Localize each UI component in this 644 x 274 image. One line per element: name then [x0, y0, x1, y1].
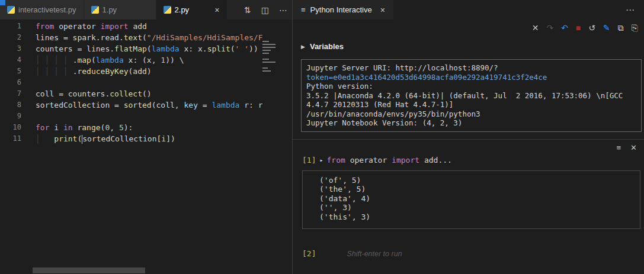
minimap-gutter	[262, 39, 292, 274]
variables-label: Variables	[310, 42, 344, 51]
tab-label: 2.py	[175, 5, 190, 14]
chevron-right-icon[interactable]: ▶	[301, 44, 305, 50]
code-line[interactable]: 1from operator import add	[0, 21, 292, 32]
restart-kernel-icon[interactable]: ↺	[588, 23, 595, 33]
editor-lines: 1from operator import add2lines = spark.…	[0, 21, 292, 144]
tab-2-py[interactable]: 2.py ×	[156, 0, 228, 20]
tab-interactivetest-py[interactable]: interactivetest.py	[0, 0, 84, 20]
cell-code[interactable]: from operator import add...	[327, 156, 452, 165]
tab-label: interactivetest.py	[18, 5, 76, 14]
tab-label: 1.py	[102, 5, 117, 14]
code-line[interactable]: 3counters = lines.flatMap(lambda x: x.sp…	[0, 43, 292, 54]
close-panel-icon[interactable]: ×	[380, 5, 385, 15]
variables-section-header[interactable]: ▶ Variables	[293, 36, 644, 51]
editor-tab-bar: interactivetest.py 1.py 2.py × ⇅ ◫ ⋯	[0, 0, 292, 20]
cell-prompt: [1]	[302, 156, 316, 165]
code-line[interactable]: 6	[0, 77, 292, 88]
python-file-icon	[164, 6, 171, 14]
python-interactive-panel: ≡ Python Interactive × ⋯ ✕↷↶■↺✎⧉⎘ ▶ Vari…	[292, 0, 644, 274]
more-actions-icon[interactable]: ⋯	[279, 5, 287, 15]
server-info: Jupyter Server URI: http://localhost:889…	[301, 59, 642, 132]
output-line: ('data', 4)	[319, 194, 635, 204]
tab-python-interactive[interactable]: ≡ Python Interactive ×	[293, 0, 393, 20]
server-info-line: Jupyter Notebook Version: (4, 2, 3)	[306, 118, 636, 128]
code-line[interactable]: 11│ print(sortedCollection[i])	[0, 133, 292, 144]
goto-code-icon[interactable]: ≡	[617, 143, 621, 152]
code-line[interactable]: 9	[0, 111, 292, 122]
expand-all-icon[interactable]: ⧉	[618, 23, 624, 33]
editor-actions: ⇅ ◫ ⋯	[244, 0, 292, 20]
server-info-line: 4.4.7 20120313 (Red Hat 4.4.7-1)]	[306, 100, 636, 109]
server-info-line: 3.5.2 |Anaconda 4.2.0 (64-bit)| (default…	[306, 91, 636, 101]
python-file-icon	[7, 6, 15, 14]
clear-all-icon[interactable]: ✕	[532, 23, 539, 33]
cell-output: ('of', 5)('the', 5)('data', 4)('', 3)('t…	[302, 170, 640, 230]
code-line[interactable]: 10for i in range(0, 5):	[0, 122, 292, 133]
python-file-icon	[91, 6, 99, 14]
undo-icon[interactable]: ↶	[561, 23, 568, 33]
redo-icon[interactable]: ↷	[546, 23, 553, 33]
corner-accent	[0, 0, 5, 5]
tab-1-py[interactable]: 1.py	[84, 0, 156, 20]
editor-group: interactivetest.py 1.py 2.py × ⇅ ◫ ⋯ 1fr…	[0, 0, 292, 274]
cell-toolbar: ≡✕	[293, 140, 644, 152]
cell-input-placeholder[interactable]: Shift-enter to run	[347, 250, 402, 258]
code-editor[interactable]: 1from operator import add2lines = spark.…	[0, 20, 292, 274]
minimap[interactable]	[262, 41, 275, 72]
output-line: ('this', 3)	[319, 212, 635, 222]
delete-cell-icon[interactable]: ✕	[630, 143, 637, 152]
server-info-line: token=e0ed1a3c416420d53d64998acfa09e292a…	[306, 73, 636, 82]
interrupt-kernel-icon[interactable]: ■	[576, 23, 581, 33]
code-line[interactable]: 8sortedCollection = sorted(coll, key = l…	[0, 99, 292, 111]
cell-2[interactable]: [2] Shift-enter to run	[293, 229, 644, 258]
panel-more-actions-icon[interactable]: ⋯	[626, 5, 644, 15]
interactive-window-icon: ≡	[301, 5, 306, 14]
split-editor-icon[interactable]: ◫	[261, 5, 269, 15]
horizontal-scrollbar[interactable]	[33, 267, 145, 273]
output-line: ('of', 5)	[319, 176, 635, 185]
panel-toolbar: ✕↷↶■↺✎⧉⎘	[293, 20, 644, 36]
export-notebook-icon[interactable]: ✎	[603, 23, 610, 33]
panel-tab-label: Python Interactive	[310, 5, 372, 14]
output-line: ('the', 5)	[319, 185, 635, 194]
panel-tab-bar: ≡ Python Interactive × ⋯	[293, 0, 644, 20]
server-info-line: /usr/bin/anaconda/envs/py35/bin/python3	[306, 109, 636, 119]
cell-prompt: [2]	[302, 249, 316, 258]
collapse-all-icon[interactable]: ⎘	[632, 23, 638, 33]
code-line[interactable]: 2lines = spark.read.text("/HdiSamples/Hd…	[0, 32, 292, 43]
run-arrow-icon[interactable]: ▸	[319, 157, 323, 163]
code-line[interactable]: 4│ │ │ │ .map(lambda x: (x, 1)) \	[0, 54, 292, 66]
code-line[interactable]: 7coll = counters.collect()	[0, 88, 292, 99]
output-line: ('', 3)	[319, 203, 635, 212]
cell-1[interactable]: [1] ▸ from operator import add...	[293, 152, 644, 165]
compare-changes-icon[interactable]: ⇅	[244, 5, 251, 15]
server-info-line: Python version:	[306, 82, 636, 91]
close-tab-icon[interactable]: ×	[214, 5, 219, 15]
code-line[interactable]: 5│ │ │ │ .reduceByKey(add)	[0, 66, 292, 77]
server-info-line: Jupyter Server URI: http://localhost:889…	[306, 63, 636, 73]
